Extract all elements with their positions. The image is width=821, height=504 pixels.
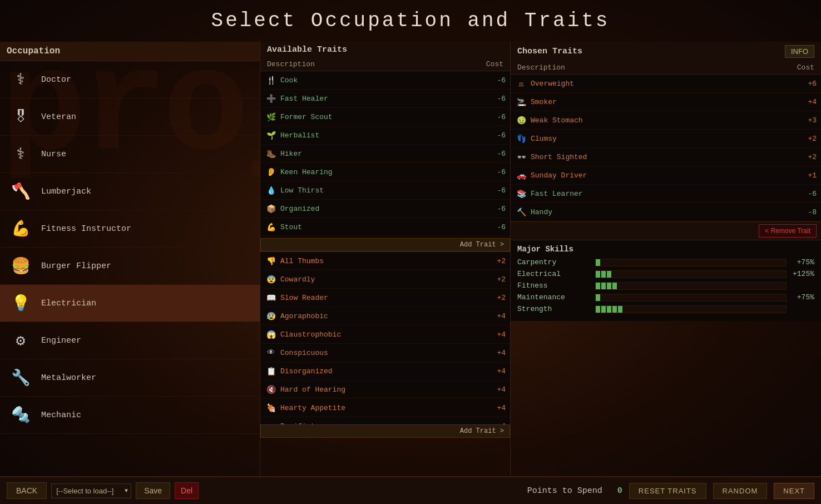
save-button[interactable]: Save xyxy=(136,482,170,499)
occupation-item-fitness_instructor[interactable]: 💪 Fitness Instructor xyxy=(0,210,260,248)
negative-trait-5[interactable]: 👁 Conspicuous +4 xyxy=(260,344,510,362)
negative-trait-9[interactable]: ☮ Pacifist +4 xyxy=(260,417,510,424)
positive-trait-1[interactable]: ➕ Fast Healer -6 xyxy=(260,90,510,108)
chosen-header-row: Chosen Traits INFO xyxy=(511,42,821,61)
page-header: Select Occupation and Traits xyxy=(0,0,821,42)
skill-row-3: Maintenance +75% xyxy=(517,293,814,302)
neg-trait-icon-1: 😨 xyxy=(265,273,277,285)
negative-trait-4[interactable]: 😱 Claustrophobic +4 xyxy=(260,325,510,344)
trait-name-8: Stout xyxy=(280,223,489,231)
negative-trait-2[interactable]: 📖 Slow Reader +2 xyxy=(260,289,510,307)
chosen-trait-icon-7: 🔨 xyxy=(515,206,527,218)
trait-cost-0: -6 xyxy=(489,76,506,85)
neg-trait-icon-9: ☮ xyxy=(265,420,277,424)
chosen-trait-cost-6: -6 xyxy=(800,190,817,198)
back-button[interactable]: BACK xyxy=(7,482,47,499)
occupation-item-metalworker[interactable]: 🔧 Metalworker xyxy=(0,359,260,397)
chosen-trait-5[interactable]: 🚗 Sunday Driver +1 xyxy=(511,166,821,185)
occupation-item-engineer[interactable]: ⚙ Engineer xyxy=(0,322,260,359)
chosen-trait-6[interactable]: 📚 Fast Learner -6 xyxy=(511,185,821,203)
veteran-icon: 🎖 xyxy=(7,103,34,131)
negative-trait-1[interactable]: 😨 Cowardly +2 xyxy=(260,270,510,289)
trait-icon-2: 🌿 xyxy=(265,111,277,123)
trait-cost-2: -6 xyxy=(489,113,506,121)
chosen-trait-3[interactable]: 👣 Clumsy +2 xyxy=(511,130,821,148)
occupation-item-veteran[interactable]: 🎖 Veteran xyxy=(0,98,260,136)
load-select[interactable]: [--Select to load--] xyxy=(51,483,131,498)
chosen-trait-1[interactable]: 🚬 Smoker +4 xyxy=(511,93,821,111)
occupation-item-lumberjack[interactable]: 🪓 Lumberjack xyxy=(0,173,260,210)
available-traits-panel: Available Traits Description Cost 🍴 Cook… xyxy=(260,42,511,476)
info-button[interactable]: INFO xyxy=(785,45,814,58)
negative-trait-0[interactable]: 👎 All Thumbs +2 xyxy=(260,252,510,270)
skill-percent-1: +125% xyxy=(787,270,814,278)
positive-trait-3[interactable]: 🌱 Herbalist -6 xyxy=(260,126,510,145)
next-button[interactable]: NEXT xyxy=(774,483,814,499)
chosen-trait-cost-3: +2 xyxy=(800,135,817,143)
neg-trait-name-5: Conspicuous xyxy=(280,349,489,357)
skill-row-4: Strength xyxy=(517,305,814,313)
col-cost-label: Cost xyxy=(486,60,503,68)
positive-trait-6[interactable]: 💧 Low Thirst -6 xyxy=(260,181,510,200)
chosen-trait-icon-5: 🚗 xyxy=(515,169,527,181)
negative-trait-8[interactable]: 🍖 Hearty Appetite +4 xyxy=(260,399,510,417)
skill-name-4: Strength xyxy=(517,305,595,313)
chosen-panel: Chosen Traits INFO Description Cost ⚖ Ov… xyxy=(511,42,821,476)
neg-trait-icon-0: 👎 xyxy=(265,255,277,267)
major-skills-header: Major Skills xyxy=(517,245,814,254)
nurse-icon: ⚕ xyxy=(7,140,34,168)
skill-pip-1-2 xyxy=(607,271,611,278)
major-skills-section: Major Skills Carpentry +75% Electrical +… xyxy=(511,240,821,321)
remove-trait-button[interactable]: < Remove Trait xyxy=(759,224,817,238)
fitness-icon: 💪 xyxy=(7,215,34,243)
chosen-trait-cost-1: +4 xyxy=(800,98,817,106)
negative-trait-6[interactable]: 📋 Disorganized +4 xyxy=(260,362,510,381)
trait-name-5: Keen Hearing xyxy=(280,168,489,176)
neg-trait-cost-8: +4 xyxy=(489,404,506,412)
positive-trait-0[interactable]: 🍴 Cook -6 xyxy=(260,71,510,90)
positive-trait-2[interactable]: 🌿 Former Scout -6 xyxy=(260,108,510,126)
random-button[interactable]: RANDOM xyxy=(713,483,768,499)
reset-traits-button[interactable]: RESET TRAITS xyxy=(629,483,706,499)
chosen-trait-name-4: Short Sighted xyxy=(531,153,800,161)
delete-button[interactable]: Del xyxy=(175,482,199,499)
positive-trait-5[interactable]: 👂 Keen Hearing -6 xyxy=(260,163,510,181)
occupation-item-nurse[interactable]: ⚕ Nurse xyxy=(0,136,260,173)
available-traits-header: Available Traits xyxy=(260,42,510,58)
skill-bar-4 xyxy=(595,305,787,313)
engineer-icon: ⚙ xyxy=(7,327,34,354)
add-trait-button-bottom[interactable]: Add Trait > xyxy=(260,424,510,438)
negative-trait-3[interactable]: 😰 Agoraphobic +4 xyxy=(260,307,510,325)
chosen-trait-cost-2: +3 xyxy=(800,116,817,125)
add-trait-button-top[interactable]: Add Trait > xyxy=(260,238,510,251)
trait-icon-7: 📦 xyxy=(265,202,277,215)
negative-trait-7[interactable]: 🔇 Hard of Hearing +4 xyxy=(260,381,510,399)
neg-trait-cost-3: +4 xyxy=(489,312,506,320)
chosen-trait-4[interactable]: 👓 Short Sighted +2 xyxy=(511,148,821,166)
skill-bar-3 xyxy=(595,294,787,302)
occupation-item-mechanic[interactable]: 🔩 Mechanic xyxy=(0,397,260,434)
lumberjack-icon: 🪓 xyxy=(7,177,34,205)
points-display: Points to Spend 0 xyxy=(527,486,622,496)
skill-pip-2-3 xyxy=(612,283,617,289)
trait-icon-0: 🍴 xyxy=(265,74,277,86)
occupation-item-electrician[interactable]: 💡 Electrician xyxy=(0,285,260,322)
chosen-trait-2[interactable]: 🤢 Weak Stomach +3 xyxy=(511,111,821,130)
occupation-item-doctor[interactable]: ⚕ Doctor xyxy=(0,61,260,98)
positive-trait-7[interactable]: 📦 Organized -6 xyxy=(260,200,510,218)
chosen-trait-name-7: Handy xyxy=(531,208,800,216)
neg-trait-cost-0: +2 xyxy=(489,257,506,265)
chosen-trait-icon-2: 🤢 xyxy=(515,114,527,126)
positive-trait-4[interactable]: 🥾 Hiker -6 xyxy=(260,145,510,163)
occupation-item-burger_flipper[interactable]: 🍔 Burger Flipper xyxy=(0,248,260,285)
skill-pip-1-1 xyxy=(601,271,606,278)
chosen-trait-0[interactable]: ⚖ Overweight +6 xyxy=(511,75,821,93)
neg-trait-name-0: All Thumbs xyxy=(280,257,489,265)
trait-name-3: Herbalist xyxy=(280,131,489,140)
neg-trait-name-2: Slow Reader xyxy=(280,294,489,302)
page-title: Select Occupation and Traits xyxy=(211,9,610,32)
chosen-trait-7[interactable]: 🔨 Handy -8 xyxy=(511,203,821,221)
trait-cost-4: -6 xyxy=(489,150,506,158)
chosen-trait-name-2: Weak Stomach xyxy=(531,116,800,125)
positive-trait-8[interactable]: 💪 Stout -6 xyxy=(260,218,510,236)
